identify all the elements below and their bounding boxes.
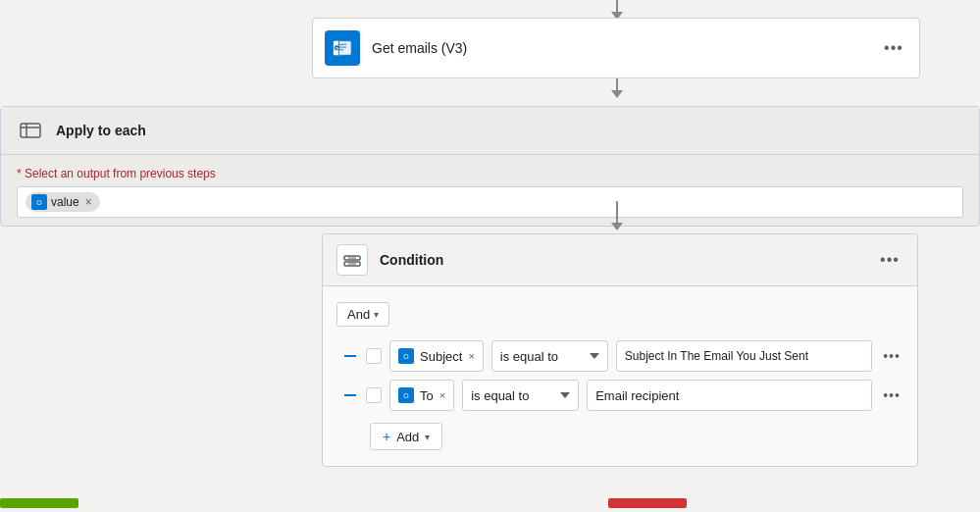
- chip-label: value: [51, 195, 79, 209]
- select-output-label: * Select an output from previous steps: [17, 167, 963, 180]
- row-2-more-button[interactable]: •••: [880, 387, 903, 403]
- mid-connector: [611, 78, 623, 98]
- row-1-checkbox[interactable]: [366, 348, 382, 364]
- svg-text:O: O: [403, 353, 409, 360]
- svg-text:O: O: [36, 199, 42, 206]
- get-emails-block: O Get emails (V3) •••: [312, 18, 920, 78]
- subject-field-label: Subject: [420, 349, 462, 364]
- condition-rows: O Subject × is equal to is not equal to …: [344, 340, 903, 411]
- row-2-checkbox[interactable]: [366, 387, 382, 403]
- and-chevron-icon: ▾: [374, 309, 379, 320]
- svg-text:O: O: [335, 47, 339, 52]
- subject-field-chip[interactable]: O Subject ×: [389, 340, 484, 372]
- select-output-area: * Select an output from previous steps O…: [1, 155, 979, 226]
- apply-each-icon: [17, 117, 44, 144]
- add-label: Add: [396, 430, 419, 444]
- apply-each-title: Apply to each: [56, 123, 146, 138]
- status-bar-green: [0, 498, 78, 508]
- to-outlook-icon: O: [398, 387, 414, 403]
- value-chip: O value ×: [26, 192, 100, 212]
- add-button[interactable]: + Add ▾: [370, 423, 442, 450]
- to-value-input[interactable]: [587, 380, 872, 411]
- add-chevron-icon: ▾: [425, 432, 430, 442]
- condition-row: O To × is equal to is not equal to conta…: [344, 380, 903, 411]
- condition-body: And ▾ O Subject × is: [323, 286, 917, 466]
- svg-rect-5: [21, 124, 40, 137]
- get-emails-more-button[interactable]: •••: [880, 34, 907, 62]
- svg-rect-1: [338, 41, 351, 56]
- to-operator-select[interactable]: is equal to is not equal to contains: [462, 380, 579, 411]
- outlook-icon: O: [325, 30, 360, 66]
- condition-row: O Subject × is equal to is not equal to …: [344, 340, 903, 372]
- apply-each-container: Apply to each * Select an output from pr…: [0, 106, 980, 227]
- condition-header: Condition •••: [323, 234, 917, 286]
- inner-connector: [611, 201, 623, 230]
- apply-each-body: * Select an output from previous steps O…: [1, 155, 979, 226]
- chip-outlook-icon: O: [31, 194, 47, 210]
- and-label: And: [347, 307, 370, 322]
- to-field-close[interactable]: ×: [439, 389, 445, 401]
- condition-icon: [336, 244, 368, 276]
- row-connector-line-2: [344, 394, 356, 396]
- condition-more-button[interactable]: •••: [876, 246, 903, 274]
- to-field-label: To: [420, 388, 434, 403]
- add-plus-icon: +: [383, 429, 390, 444]
- row-connector-line: [344, 355, 356, 357]
- apply-each-header: Apply to each: [1, 107, 979, 155]
- subject-operator-select[interactable]: is equal to is not equal to contains: [491, 340, 608, 372]
- to-field-chip[interactable]: O To ×: [389, 380, 454, 411]
- condition-title: Condition: [380, 252, 864, 268]
- subject-outlook-icon: O: [398, 348, 414, 364]
- row-1-more-button[interactable]: •••: [880, 348, 903, 364]
- svg-text:O: O: [403, 392, 409, 399]
- condition-container: Condition ••• And ▾ O: [322, 233, 918, 467]
- subject-field-close[interactable]: ×: [468, 350, 474, 362]
- and-button[interactable]: And ▾: [336, 302, 389, 327]
- status-bar-red: [608, 498, 687, 508]
- chip-close-button[interactable]: ×: [85, 195, 92, 209]
- subject-value-input[interactable]: [616, 340, 872, 372]
- select-output-input[interactable]: O value ×: [17, 186, 963, 218]
- get-emails-title: Get emails (V3): [372, 40, 868, 56]
- top-connector: [611, 0, 623, 20]
